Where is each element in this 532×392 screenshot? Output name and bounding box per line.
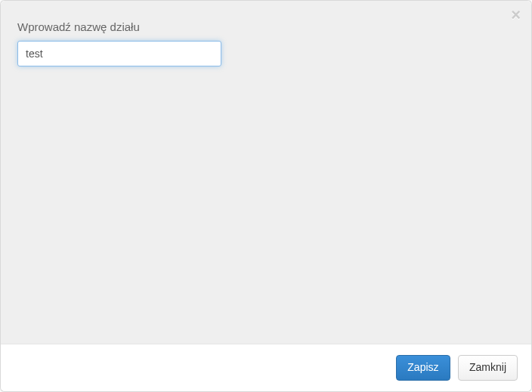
close-button[interactable]: Zamknij [458,355,518,381]
modal-body: Wprowadź nazwę działu [1,1,531,344]
modal-footer: Zapisz Zamknij [1,344,531,391]
close-icon[interactable]: × [511,7,521,23]
save-button[interactable]: Zapisz [396,355,450,381]
department-name-label: Wprowadź nazwę działu [17,20,515,33]
modal-dialog: × Wprowadź nazwę działu Zapisz Zamknij [0,0,532,392]
department-name-input[interactable] [17,41,221,66]
